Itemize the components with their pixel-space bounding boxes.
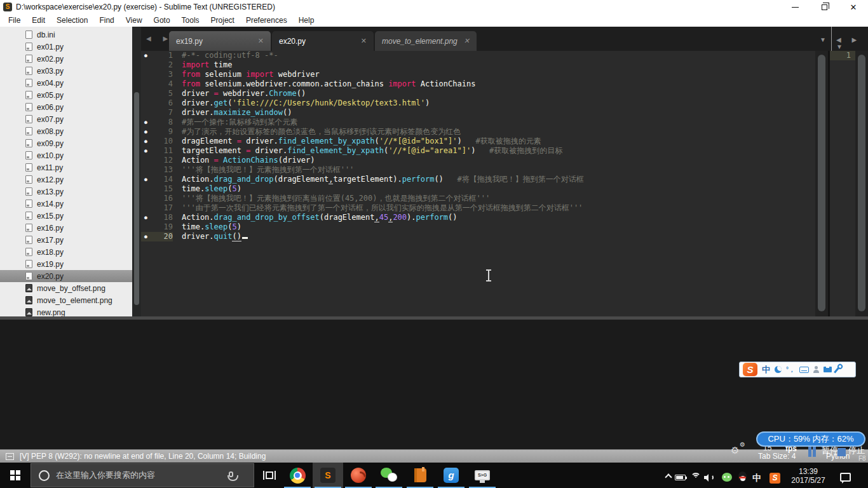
restore-button[interactable]	[810, 0, 839, 14]
sidebar-scrollbar-thumb[interactable]	[134, 92, 139, 305]
menu-item-preferences[interactable]: Preferences	[240, 14, 293, 27]
sogou-logo-icon[interactable]: S	[743, 363, 757, 376]
task-view-button[interactable]	[254, 463, 285, 488]
editor-scrollbar-thumb[interactable]	[818, 55, 825, 311]
minimize-button[interactable]	[780, 0, 810, 14]
start-button[interactable]	[0, 463, 31, 488]
sogou-tray-icon[interactable]: S	[770, 473, 780, 484]
stop-icon[interactable]	[837, 448, 846, 456]
sidebar-item-ex06.py[interactable]: ex06.py	[0, 101, 132, 113]
taskbar-app-chrome[interactable]	[282, 463, 313, 488]
sidebar-item-move_by_offset.png[interactable]: move_by_offset.png	[0, 282, 132, 294]
code-line-15[interactable]: 15time.sleep(5)	[141, 184, 815, 194]
code-line-13[interactable]: 13'''将【拖拽我吧！】元素拖拽到第一个对话框'''	[141, 165, 815, 175]
soft-keyboard-icon[interactable]	[799, 367, 809, 373]
taskbar-app-s2g[interactable]: S>G	[467, 463, 498, 488]
tab-close-icon[interactable]: ✕	[361, 37, 367, 45]
menu-item-find[interactable]: Find	[93, 14, 119, 27]
code-line-3[interactable]: 3from selenium import webdriver	[141, 70, 815, 79]
code-line-4[interactable]: 4from selenium.webdriver.common.action_c…	[141, 79, 815, 89]
sidebar-scrollbar[interactable]	[132, 27, 141, 316]
sidebar-item-ex11.py[interactable]: ex11.py	[0, 161, 132, 173]
microphone-icon[interactable]	[229, 471, 233, 477]
sidebar-item-ex02.py[interactable]: ex02.py	[0, 53, 132, 65]
sidebar-item-ex13.py[interactable]: ex13.py	[0, 186, 132, 198]
code-line-17[interactable]: 17'''由于第一次我们已经将元素拖拽到了第一个对话框，所以我们实际的拖拽是从第…	[141, 203, 815, 213]
code-line-12[interactable]: 12Action = ActionChains(driver)	[141, 156, 815, 165]
group2-tab-arrows[interactable]: ◀ ▶ ▼	[836, 36, 868, 50]
tab-move_to_element.png[interactable]: move_to_element.png✕	[375, 31, 477, 51]
punctuation-icon[interactable]: °，	[786, 365, 795, 374]
sidebar-item-ex01.py[interactable]: ex01.py	[0, 41, 132, 53]
taskbar-app-blueg[interactable]: g	[436, 463, 466, 488]
sidebar-item-ex04.py[interactable]: ex04.py	[0, 77, 132, 89]
sidebar-item-db.ini[interactable]: db.ini	[0, 29, 132, 41]
code-line-14[interactable]: ●14Action.drag_and_drop(dragElement,targ…	[141, 175, 815, 184]
sidebar-item-ex03.py[interactable]: ex03.py	[0, 65, 132, 77]
code-line-5[interactable]: 5driver = webdriver.Chrome()	[141, 89, 815, 98]
taskbar-clock[interactable]: 13:39 2017/5/27	[789, 467, 828, 485]
qq-tray-icon[interactable]	[738, 471, 747, 482]
action-center-icon[interactable]	[840, 473, 851, 482]
profile-icon[interactable]	[813, 370, 819, 373]
code-line-20[interactable]: ●20driver.quit()	[141, 232, 815, 241]
group2-scrollbar[interactable]	[855, 51, 868, 316]
tab-size-indicator[interactable]: Tab Size: 4	[758, 452, 796, 461]
sidebar-item-ex15.py[interactable]: ex15.py	[0, 210, 132, 222]
sidebar-item-ex07.py[interactable]: ex07.py	[0, 113, 132, 125]
code-line-8[interactable]: ●8#第一个操作:鼠标移动到某个元素	[141, 118, 815, 127]
code-line-11[interactable]: ●11targetElement = driver.find_element_b…	[141, 146, 815, 156]
code-line-1[interactable]: ●1#-*- coding:utf-8 -*-	[141, 51, 815, 60]
menu-item-tools[interactable]: Tools	[176, 14, 205, 27]
taskbar-app-book[interactable]	[405, 463, 435, 488]
menu-item-help[interactable]: Help	[293, 14, 320, 27]
tab-list-dropdown-icon[interactable]: ▼	[820, 36, 826, 43]
taskbar-app-spiral[interactable]	[343, 463, 374, 488]
tab-close-icon[interactable]: ✕	[258, 37, 264, 45]
code-line-10[interactable]: ●10dragElement = driver.find_element_by_…	[141, 137, 815, 146]
wechat-tray-icon[interactable]	[722, 473, 732, 482]
taskbar-app-wechat[interactable]	[374, 463, 404, 488]
group2-scrollbar-thumb[interactable]	[858, 55, 865, 311]
pause-icon[interactable]	[808, 447, 817, 457]
close-button[interactable]: ✕	[839, 0, 868, 14]
input-language-indicator[interactable]: 中	[752, 473, 761, 484]
moon-icon[interactable]	[775, 366, 782, 373]
sidebar-item-ex20.py[interactable]: ex20.py	[0, 270, 132, 282]
code-line-2[interactable]: 2import time	[141, 60, 815, 70]
code-line-18[interactable]: ●18Action.drag_and_drop_by_offset(dragEl…	[141, 213, 815, 222]
ime-settings-icon[interactable]	[834, 366, 841, 374]
taskbar-search-box[interactable]: 在这里输入你要搜索的内容	[31, 463, 254, 487]
sidebar-item-move_to_element.png[interactable]: move_to_element.png	[0, 294, 132, 306]
sidebar-item-new.png[interactable]: new.png	[0, 306, 132, 316]
code-editor[interactable]: ●1#-*- coding:utf-8 -*-2import time3from…	[141, 51, 815, 316]
sidebar-item-ex17.py[interactable]: ex17.py	[0, 234, 132, 246]
sidebar-item-ex10.py[interactable]: ex10.py	[0, 149, 132, 161]
code-line-16[interactable]: 16'''将【拖拽我吧！】元素拖拽到距离当前位置(45,200)，也就是拖拽到第…	[141, 194, 815, 203]
recorder-gear-icon[interactable]: ⚙	[731, 445, 739, 456]
sidebar-item-ex12.py[interactable]: ex12.py	[0, 173, 132, 186]
sidebar-item-ex08.py[interactable]: ex08.py	[0, 125, 132, 137]
menu-item-selection[interactable]: Selection	[51, 14, 93, 27]
code-line-9[interactable]: ●9#为了演示，开始设置标签的颜色淡蓝色，当鼠标移到到该元素时标签颜色变为红色	[141, 127, 815, 137]
taskbar-app-sublime[interactable]: S	[313, 463, 343, 488]
menu-item-view[interactable]: View	[120, 14, 148, 27]
editor-scrollbar[interactable]	[815, 51, 828, 316]
sidebar-item-ex09.py[interactable]: ex09.py	[0, 137, 132, 149]
sidebar-item-ex18.py[interactable]: ex18.py	[0, 246, 132, 258]
code-line-19[interactable]: 19time.sleep(5)	[141, 222, 815, 232]
ime-chinese-mode-icon[interactable]: 中	[762, 364, 770, 376]
tab-ex19.py[interactable]: ex19.py✕	[169, 31, 271, 51]
tab-close-icon[interactable]: ✕	[464, 37, 470, 45]
menu-item-edit[interactable]: Edit	[26, 14, 51, 27]
sidebar-item-ex16.py[interactable]: ex16.py	[0, 222, 132, 234]
sidebar-item-ex05.py[interactable]: ex05.py	[0, 89, 132, 101]
panel-toggle-icon[interactable]	[6, 453, 14, 460]
code-line-6[interactable]: 6driver.get('file:///C:/Users/hunk/Deskt…	[141, 98, 815, 108]
tab-ex20.py[interactable]: ex20.py✕	[272, 31, 374, 51]
battery-icon[interactable]	[675, 475, 686, 480]
menu-item-project[interactable]: Project	[205, 14, 240, 27]
skin-icon[interactable]	[824, 367, 832, 372]
sidebar-item-ex14.py[interactable]: ex14.py	[0, 198, 132, 210]
sidebar-item-ex19.py[interactable]: ex19.py	[0, 258, 132, 270]
